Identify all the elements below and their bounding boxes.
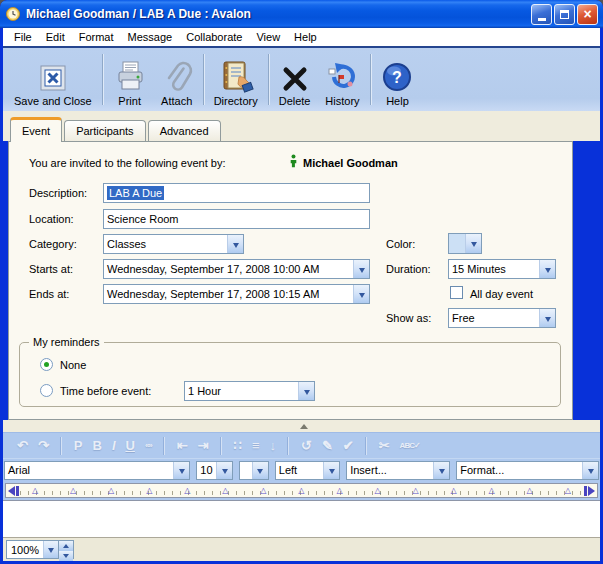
show-as-select[interactable]: Free <box>448 308 556 328</box>
insert-select[interactable]: Insert... <box>346 461 450 480</box>
tab-participants[interactable]: Participants <box>64 120 145 141</box>
help-button[interactable]: ? Help <box>374 50 420 109</box>
maximize-button[interactable] <box>554 4 575 25</box>
indent-increase-icon[interactable]: ⇥ <box>198 438 209 453</box>
directory-button[interactable]: Directory <box>207 50 265 109</box>
delete-button[interactable]: Delete <box>272 50 318 109</box>
format-select[interactable]: Format... <box>456 461 599 480</box>
tabstop-icon[interactable]: △ <box>374 486 380 495</box>
find-replace-icon[interactable]: ✂ <box>379 438 390 453</box>
show-as-value: Free <box>449 312 539 324</box>
description-input[interactable]: LAB A Due <box>103 183 370 203</box>
tab-advanced-label: Advanced <box>160 125 209 137</box>
menu-view[interactable]: View <box>249 31 287 43</box>
zoom-control[interactable]: 100% <box>6 540 59 559</box>
bold-icon[interactable]: B <box>92 438 101 453</box>
list-icon[interactable]: ≡ <box>252 438 260 453</box>
tabstop-icon[interactable]: △ <box>565 486 571 495</box>
plain-text-icon[interactable]: P <box>74 438 83 453</box>
quote-icon[interactable]: «» <box>145 441 152 450</box>
save-and-close-button[interactable]: Save and Close <box>7 50 99 109</box>
tab-event[interactable]: Event <box>10 117 62 142</box>
spinner-up-icon[interactable] <box>59 541 73 551</box>
tabstop-icon[interactable]: △ <box>222 486 228 495</box>
delete-icon <box>280 55 310 93</box>
duration-value: 15 Minutes <box>449 263 539 275</box>
toolbar-separator <box>203 54 204 105</box>
ruler-right-margin-marker[interactable] <box>583 486 595 496</box>
tabstop-icon[interactable]: △ <box>108 486 114 495</box>
print-button[interactable]: Print <box>106 50 154 109</box>
reminder-time-radio[interactable] <box>40 384 53 397</box>
message-body-area[interactable] <box>3 500 600 537</box>
menu-help[interactable]: Help <box>287 31 324 43</box>
tabstop-icon[interactable]: △ <box>32 486 38 495</box>
directory-icon <box>218 55 254 93</box>
ruler-left-margin-marker[interactable] <box>8 486 20 496</box>
italic-icon[interactable]: I <box>112 438 116 453</box>
font-size-select[interactable]: 10 <box>196 461 233 480</box>
event-window: Michael Goodman / LAB A Due : Avalon × F… <box>0 0 603 564</box>
insert-value: Insert... <box>347 464 433 476</box>
ends-at-select[interactable]: Wednesday, September 17, 2008 10:15 AM <box>103 284 370 304</box>
check-icon[interactable]: ✔ <box>343 438 354 453</box>
alignment-select[interactable]: Left <box>275 461 340 480</box>
minimize-button[interactable] <box>531 4 552 25</box>
attach-button[interactable]: Attach <box>154 50 200 109</box>
chevron-down-icon <box>298 382 314 400</box>
titlebar[interactable]: Michael Goodman / LAB A Due : Avalon × <box>0 0 603 28</box>
tabstop-icon[interactable]: △ <box>184 486 190 495</box>
indent-decrease-icon[interactable]: ⇤ <box>177 438 188 453</box>
rotate-icon[interactable]: ↺ <box>301 438 312 453</box>
reminder-time-label: Time before event: <box>60 385 151 397</box>
bullet-list-icon[interactable]: ∷ <box>234 438 242 453</box>
tabstop-icon[interactable]: △ <box>146 486 152 495</box>
reminder-none-radio[interactable] <box>40 358 53 371</box>
print-icon <box>113 55 147 93</box>
tabstop-icon[interactable]: △ <box>489 486 495 495</box>
zoom-spinner[interactable] <box>59 540 74 559</box>
duration-select[interactable]: 15 Minutes <box>448 259 556 279</box>
menu-edit[interactable]: Edit <box>39 31 72 43</box>
description-value: LAB A Due <box>107 186 164 200</box>
font-color-select[interactable] <box>239 461 269 480</box>
menu-collaborate[interactable]: Collaborate <box>179 31 249 43</box>
spellcheck-icon[interactable]: ABC✓ <box>400 441 420 450</box>
close-button[interactable]: × <box>577 4 598 25</box>
tabstop-icon[interactable]: △ <box>527 486 533 495</box>
reminder-time-select[interactable]: 1 Hour <box>184 381 315 401</box>
location-value: Science Room <box>107 213 179 225</box>
pencil-icon[interactable]: ✎ <box>322 438 333 453</box>
splitter-collapse-icon[interactable] <box>300 424 308 429</box>
tabstop-icon[interactable]: △ <box>70 486 76 495</box>
undo-icon[interactable]: ↶ <box>17 438 28 453</box>
underline-icon[interactable]: U <box>126 438 135 453</box>
font-family-select[interactable]: Arial <box>4 461 190 480</box>
history-button[interactable]: History <box>317 50 367 109</box>
reminder-none-label: None <box>60 359 86 371</box>
tabstop-icon[interactable]: △ <box>451 486 457 495</box>
tabstop-icon[interactable]: △ <box>260 486 266 495</box>
color-select[interactable] <box>448 233 482 254</box>
redo-icon[interactable]: ↷ <box>38 438 49 453</box>
menu-format[interactable]: Format <box>72 31 121 43</box>
ends-at-label: Ends at: <box>29 288 69 300</box>
location-input[interactable]: Science Room <box>103 209 370 229</box>
starts-at-select[interactable]: Wednesday, September 17, 2008 10:00 AM <box>103 259 370 279</box>
tab-advanced[interactable]: Advanced <box>148 120 221 141</box>
category-select[interactable]: Classes <box>103 234 244 254</box>
tabstop-icon[interactable]: △ <box>412 486 418 495</box>
spinner-down-icon[interactable] <box>59 551 73 561</box>
font-family-value: Arial <box>5 464 173 476</box>
ends-at-value: Wednesday, September 17, 2008 10:15 AM <box>104 288 353 300</box>
tabstop-icon[interactable]: △ <box>336 486 342 495</box>
all-day-checkbox[interactable] <box>450 286 463 299</box>
chevron-down-icon[interactable] <box>43 541 58 558</box>
tabstop-icon[interactable]: △ <box>298 486 304 495</box>
my-reminders-title: My reminders <box>29 336 104 348</box>
move-down-icon[interactable]: ↓ <box>269 438 276 453</box>
menu-message[interactable]: Message <box>121 31 180 43</box>
pane-splitter[interactable] <box>3 420 600 432</box>
category-label: Category: <box>29 238 77 250</box>
menu-file[interactable]: File <box>7 31 39 43</box>
